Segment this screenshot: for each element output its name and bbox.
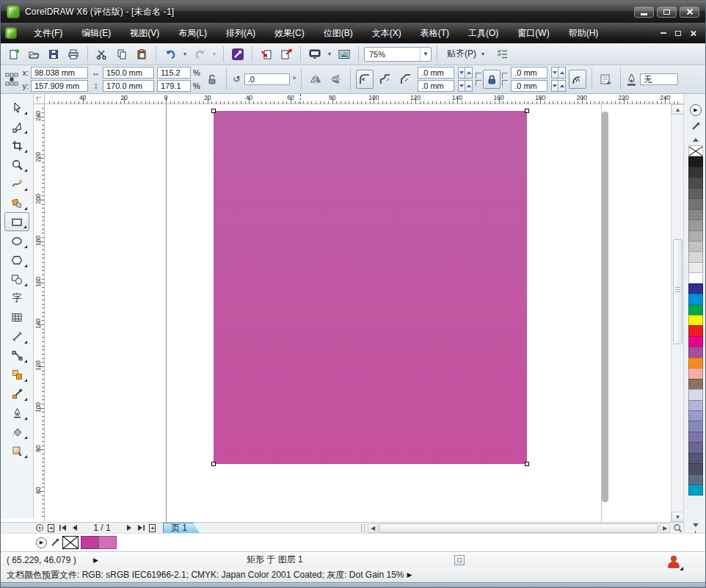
scale-vertical-input[interactable]: 179.1 — [157, 80, 191, 92]
color-swatch[interactable] — [688, 198, 703, 209]
basic-shapes-tool[interactable] — [4, 269, 29, 288]
menu-item-window[interactable]: 窗口(W) — [508, 23, 558, 43]
spinner-down[interactable] — [458, 80, 465, 92]
polygon-tool[interactable] — [4, 250, 29, 269]
import-button[interactable] — [258, 46, 275, 63]
menu-item-text[interactable]: 文本(X) — [363, 23, 411, 43]
color-swatch[interactable] — [688, 357, 703, 369]
wrap-paragraph-text-button[interactable] — [597, 70, 615, 89]
x-position-input[interactable]: 98.038 mm — [31, 67, 88, 79]
corner-radius-top-left-input[interactable]: .0 mm — [418, 67, 454, 79]
close-button[interactable] — [680, 7, 699, 18]
spinner-down[interactable] — [551, 67, 558, 79]
color-swatch[interactable] — [688, 272, 703, 283]
menu-item-layout[interactable]: 布局(L) — [169, 23, 216, 43]
edit-corners-together-button[interactable] — [483, 70, 501, 89]
color-swatch[interactable] — [688, 251, 703, 262]
next-page-button[interactable] — [123, 523, 135, 533]
color-swatch[interactable] — [688, 432, 703, 443]
corner-radius-bottom-left-input[interactable]: .0 mm — [418, 80, 454, 92]
blend-tool[interactable] — [4, 365, 29, 384]
paste-button[interactable] — [133, 46, 150, 63]
palette-scroll-down-button[interactable] — [688, 521, 703, 529]
ruler-origin-corner[interactable] — [34, 94, 45, 104]
doc-minimize-icon[interactable] — [660, 32, 666, 34]
round-corner-button[interactable] — [356, 70, 374, 89]
parallel-dimension-tool[interactable] — [4, 327, 29, 346]
page-tab[interactable]: 页 1 — [163, 523, 200, 534]
selected-rectangle-object[interactable] — [214, 111, 527, 464]
horizontal-scrollbar[interactable]: ◀ ▶ — [368, 523, 670, 533]
color-swatch[interactable] — [688, 410, 703, 421]
first-page-button[interactable] — [57, 523, 69, 533]
color-swatch[interactable] — [688, 379, 703, 390]
scroll-left-button[interactable]: ◀ — [368, 523, 378, 533]
color-swatch[interactable] — [688, 346, 703, 357]
color-swatch[interactable] — [688, 421, 703, 432]
selection-handle-bottom-left[interactable] — [211, 462, 216, 466]
palette-scroll-up-button[interactable] — [688, 136, 703, 143]
window-resize-grip[interactable] — [686, 570, 702, 581]
open-button[interactable] — [25, 46, 43, 63]
doc-restore-icon[interactable] — [675, 31, 681, 36]
color-swatch[interactable] — [688, 294, 703, 305]
spinner-up[interactable] — [558, 80, 566, 92]
corner-radius-bottom-right-input[interactable]: .0 mm — [511, 80, 547, 92]
color-swatch[interactable] — [688, 283, 703, 294]
mirror-vertical-button[interactable] — [327, 70, 345, 89]
redo-button[interactable] — [191, 46, 208, 63]
menu-item-bitmaps[interactable]: 位图(B) — [314, 23, 363, 43]
interactive-fill-tool[interactable] — [4, 441, 29, 460]
chamfered-corner-button[interactable] — [397, 70, 415, 89]
menu-item-effects[interactable]: 效果(C) — [265, 23, 314, 43]
last-page-button[interactable] — [135, 523, 147, 533]
pane-splitter-handle[interactable] — [361, 524, 365, 532]
shape-tool[interactable] — [4, 117, 29, 136]
color-swatch[interactable] — [688, 305, 703, 316]
undo-dropdown[interactable]: ▾ — [181, 51, 189, 57]
fill-tool[interactable] — [4, 422, 29, 441]
palette-eyedropper-icon[interactable] — [690, 120, 702, 132]
spinner-down[interactable] — [458, 67, 465, 79]
color-swatch[interactable] — [688, 463, 703, 474]
cut-button[interactable] — [93, 46, 111, 63]
outline-width-select[interactable]: 无 — [640, 73, 678, 85]
object-properties-icon[interactable] — [454, 555, 465, 565]
color-swatch[interactable] — [688, 474, 703, 485]
spinner-up[interactable] — [558, 67, 566, 79]
scroll-down-button[interactable]: ▼ — [672, 512, 684, 522]
redo-dropdown[interactable]: ▾ — [211, 51, 218, 57]
horizontal-scrollbar-thumb[interactable] — [379, 523, 658, 533]
color-swatch[interactable] — [688, 336, 703, 347]
selection-handle-top-left[interactable] — [211, 109, 216, 113]
outline-pen-tool[interactable] — [4, 403, 29, 422]
minimize-button[interactable] — [634, 7, 654, 18]
document-color-swatch[interactable] — [98, 536, 117, 549]
doc-close-icon[interactable] — [690, 30, 696, 37]
color-swatch[interactable] — [688, 219, 703, 231]
spinner-up[interactable] — [465, 67, 473, 79]
copy-button[interactable] — [113, 46, 131, 63]
table-tool[interactable] — [4, 308, 29, 327]
save-button[interactable] — [45, 46, 62, 63]
document-color-swatch[interactable] — [81, 536, 99, 549]
color-swatch[interactable] — [688, 177, 703, 188]
undo-button[interactable] — [161, 46, 179, 63]
palette-play-button[interactable]: ▶ — [690, 104, 702, 116]
drawing-canvas[interactable] — [45, 104, 671, 522]
maximize-button[interactable] — [657, 7, 677, 18]
application-launcher-dropdown[interactable]: ▾ — [326, 51, 333, 57]
lock-ratio-button[interactable] — [203, 70, 221, 89]
object-height-input[interactable]: 170.0 mm — [103, 80, 154, 92]
color-swatch[interactable] — [688, 241, 703, 252]
color-swatch[interactable] — [688, 156, 703, 167]
color-swatch[interactable] — [688, 325, 703, 336]
scroll-up-button[interactable]: ▲ — [672, 104, 684, 115]
scroll-right-button[interactable]: ▶ — [660, 523, 670, 533]
new-document-button[interactable] — [5, 46, 23, 63]
menu-item-file[interactable]: 文件(F) — [24, 23, 72, 43]
selection-handle-bottom-right[interactable] — [525, 462, 529, 466]
text-tool[interactable]: 字 — [4, 288, 29, 308]
color-swatch[interactable] — [688, 315, 703, 326]
scale-horizontal-input[interactable]: 115.2 — [157, 67, 191, 79]
